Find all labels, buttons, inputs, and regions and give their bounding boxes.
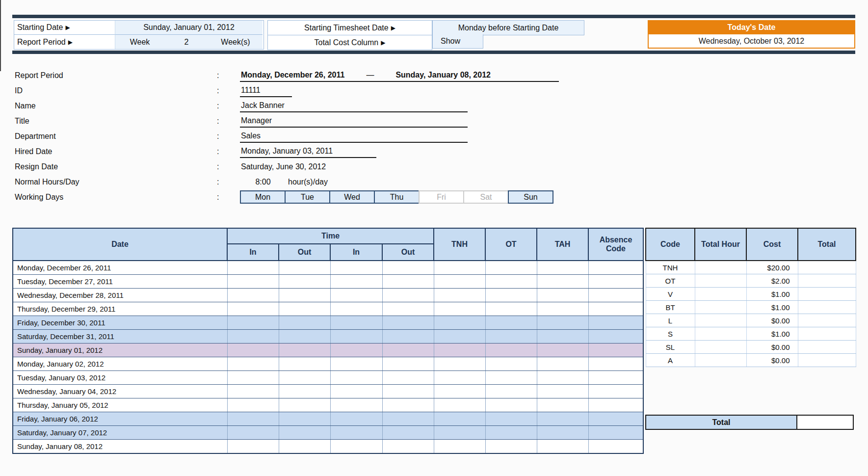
timesheet-entry-cell[interactable] [434,275,485,289]
timesheet-entry-cell[interactable] [227,412,279,426]
timesheet-entry-cell[interactable] [330,398,382,412]
timesheet-entry-cell[interactable] [485,398,537,412]
timesheet-entry-cell[interactable] [588,275,643,289]
timesheet-entry-cell[interactable] [279,330,330,344]
timesheet-entry-cell[interactable] [537,261,588,275]
hired-date-field[interactable]: Monday, January 03, 2011 [240,145,376,158]
timesheet-entry-cell[interactable] [330,344,382,357]
timesheet-entry-cell[interactable] [588,330,643,344]
timesheet-entry-cell[interactable] [279,412,330,426]
timesheet-entry-cell[interactable] [279,289,330,302]
timesheet-entry-cell[interactable] [382,412,434,426]
rates-cost-cell[interactable]: $0.00 [746,354,798,367]
working-day-toggle-mon[interactable]: Mon [240,190,286,204]
timesheet-entry-cell[interactable] [588,371,643,385]
timesheet-entry-cell[interactable] [485,440,537,454]
working-day-toggle-sat[interactable]: Sat [463,190,509,204]
timesheet-entry-cell[interactable] [434,344,485,357]
timesheet-entry-cell[interactable] [537,412,588,426]
timesheet-entry-cell[interactable] [227,371,279,385]
timesheet-entry-cell[interactable] [537,385,588,398]
timesheet-entry-cell[interactable] [588,385,643,398]
timesheet-entry-cell[interactable] [588,412,643,426]
timesheet-entry-cell[interactable] [588,344,643,357]
starting-date-value[interactable]: Sunday, January 01, 2012 [115,21,263,35]
timesheet-entry-cell[interactable] [485,330,537,344]
title-field[interactable]: Manager [240,114,468,128]
timesheet-entry-cell[interactable] [330,426,382,440]
timesheet-entry-cell[interactable] [227,302,279,316]
timesheet-entry-cell[interactable] [537,330,588,344]
timesheet-entry-cell[interactable] [279,385,330,398]
timesheet-entry-cell[interactable] [382,440,434,454]
week-unit-selector[interactable]: Week [115,35,164,49]
timesheet-entry-cell[interactable] [330,302,382,316]
timesheet-entry-cell[interactable] [382,357,434,371]
resign-date-field[interactable]: Saturday, June 30, 2012 [240,160,376,173]
timesheet-entry-cell[interactable] [382,385,434,398]
timesheet-entry-cell[interactable] [485,412,537,426]
rates-cost-cell[interactable]: $20.00 [746,261,798,274]
working-day-toggle-fri[interactable]: Fri [419,190,464,204]
timesheet-entry-cell[interactable] [588,316,643,330]
timesheet-entry-cell[interactable] [279,426,330,440]
timesheet-entry-cell[interactable] [330,357,382,371]
timesheet-entry-cell[interactable] [382,398,434,412]
timesheet-entry-cell[interactable] [434,316,485,330]
total-cost-column-value[interactable]: Show [432,34,483,49]
timesheet-entry-cell[interactable] [382,344,434,357]
rates-cost-cell[interactable]: $0.00 [746,314,798,327]
id-field[interactable]: 11111 [240,84,292,97]
timesheet-entry-cell[interactable] [588,289,643,302]
working-day-toggle-tue[interactable]: Tue [285,190,330,204]
timesheet-entry-cell[interactable] [330,371,382,385]
timesheet-entry-cell[interactable] [434,261,485,275]
timesheet-entry-cell[interactable] [227,289,279,302]
timesheet-entry-cell[interactable] [588,302,643,316]
timesheet-entry-cell[interactable] [279,357,330,371]
timesheet-entry-cell[interactable] [434,440,485,454]
timesheet-entry-cell[interactable] [227,261,279,275]
timesheet-entry-cell[interactable] [434,357,485,371]
timesheet-entry-cell[interactable] [537,275,588,289]
department-field[interactable]: Sales [240,130,468,143]
timesheet-entry-cell[interactable] [279,302,330,316]
timesheet-entry-cell[interactable] [227,316,279,330]
timesheet-entry-cell[interactable] [279,440,330,454]
timesheet-entry-cell[interactable] [485,302,537,316]
timesheet-entry-cell[interactable] [485,289,537,302]
timesheet-entry-cell[interactable] [434,385,485,398]
timesheet-entry-cell[interactable] [588,398,643,412]
timesheet-entry-cell[interactable] [330,330,382,344]
timesheet-entry-cell[interactable] [485,316,537,330]
timesheet-entry-cell[interactable] [588,426,643,440]
timesheet-entry-cell[interactable] [227,398,279,412]
timesheet-entry-cell[interactable] [279,275,330,289]
timesheet-entry-cell[interactable] [227,426,279,440]
timesheet-entry-cell[interactable] [382,302,434,316]
normal-hours-field[interactable]: 8:00 [240,178,286,186]
timesheet-entry-cell[interactable] [537,357,588,371]
timesheet-entry-cell[interactable] [588,357,643,371]
timesheet-entry-cell[interactable] [382,330,434,344]
timesheet-entry-cell[interactable] [537,426,588,440]
timesheet-entry-cell[interactable] [330,275,382,289]
timesheet-entry-cell[interactable] [227,275,279,289]
timesheet-entry-cell[interactable] [279,344,330,357]
timesheet-entry-cell[interactable] [227,344,279,357]
timesheet-entry-cell[interactable] [434,398,485,412]
timesheet-entry-cell[interactable] [330,289,382,302]
timesheet-entry-cell[interactable] [382,261,434,275]
timesheet-entry-cell[interactable] [227,330,279,344]
timesheet-entry-cell[interactable] [227,385,279,398]
working-day-toggle-thu[interactable]: Thu [374,190,420,204]
timesheet-entry-cell[interactable] [434,412,485,426]
rates-cost-cell[interactable]: $1.00 [746,327,798,341]
timesheet-entry-cell[interactable] [382,316,434,330]
timesheet-entry-cell[interactable] [485,261,537,275]
timesheet-entry-cell[interactable] [434,426,485,440]
timesheet-entry-cell[interactable] [382,275,434,289]
timesheet-entry-cell[interactable] [537,440,588,454]
timesheet-entry-cell[interactable] [537,398,588,412]
starting-timesheet-date-value[interactable]: Monday before Starting Date [432,20,584,35]
